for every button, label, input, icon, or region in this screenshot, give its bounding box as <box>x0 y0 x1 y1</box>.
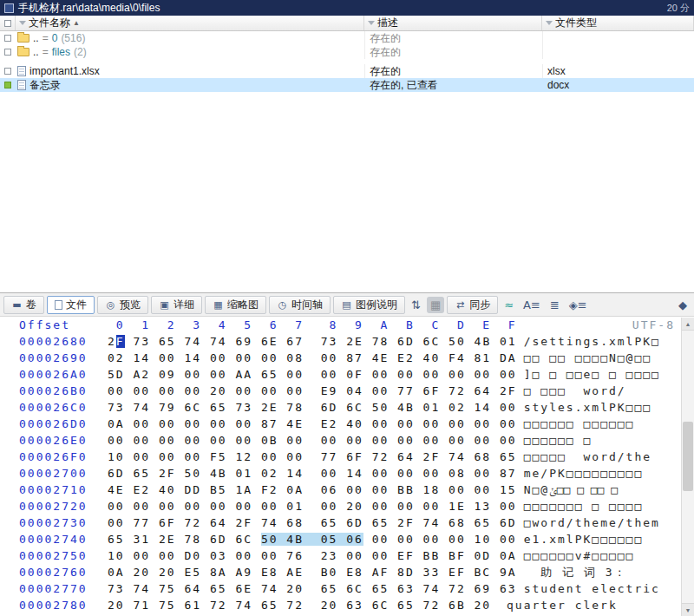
filename-cell: important1.xlsx <box>16 65 364 77</box>
hex-ascii[interactable]: /settings.xmlPK□ <box>524 333 660 350</box>
hex-bytes[interactable]: 73 74 75 64 65 6E 74 20 65 6C 65 63 74 7… <box>108 580 517 597</box>
hex-bytes[interactable]: 5D A2 09 00 00 AA 65 00 00 0F 00 00 00 0… <box>108 366 517 383</box>
hex-bytes[interactable]: 0A 20 20 E5 8A A9 E8 AE B0 E8 AF 8D 33 E… <box>108 564 517 580</box>
hex-row: 000026D0 0A 00 00 00 00 00 87 4E E2 40 0… <box>0 416 694 432</box>
hex-ascii[interactable]: □word/theme/them <box>524 514 660 531</box>
hex-ascii[interactable]: e1.xmlPK□□□□□□ <box>524 531 644 547</box>
scroll-up-button[interactable]: ▲ <box>682 318 694 331</box>
hex-offset: 00002760 <box>19 564 99 580</box>
hex-ascii[interactable]: student electric <box>524 580 660 597</box>
hex-bytes[interactable]: 00 00 00 00 00 00 0B 00 00 00 00 00 00 0… <box>108 432 517 449</box>
item-count: (2) <box>74 46 87 58</box>
hex-bytes[interactable]: 10 00 00 00 F5 12 00 00 77 6F 72 64 2F 7… <box>108 449 517 465</box>
tab-timeline[interactable]: ◷ 时间轴 <box>269 296 331 314</box>
tab-file[interactable]: 文件 <box>47 296 95 314</box>
row-select-box[interactable] <box>4 68 11 75</box>
hex-offset: 000026A0 <box>19 366 99 383</box>
hex-bytes[interactable]: 65 31 2E 78 6D 6C 50 4B 05 06 00 00 00 0… <box>108 531 517 547</box>
splitter-icon[interactable]: ◆ <box>675 298 691 312</box>
hex-row: 00002740 65 31 2E 78 6D 6C 50 4B 05 06 0… <box>0 531 694 547</box>
filter-icon[interactable] <box>19 21 26 25</box>
hex-bytes[interactable]: 00 00 00 00 00 00 00 01 00 20 00 00 00 1… <box>108 498 517 514</box>
tab-label: 缩略图 <box>227 298 259 312</box>
column-label: 描述 <box>377 16 398 30</box>
hex-bytes[interactable]: 73 74 79 6C 65 73 2E 78 6D 6C 50 4B 01 0… <box>108 399 517 416</box>
select-all-box[interactable] <box>4 20 11 27</box>
table-row-parent-files[interactable]: .. = files (2) 存在的 <box>0 45 694 59</box>
hex-bytes[interactable]: 6D 65 2F 50 4B 01 02 14 00 14 00 00 00 0… <box>108 465 517 482</box>
column-label: 文件类型 <box>555 16 597 30</box>
hex-bytes[interactable]: 2F 73 65 74 74 69 6E 67 73 2E 78 6D 6C 5… <box>108 333 517 350</box>
tab-details[interactable]: ▣ 详细 <box>151 296 202 314</box>
hex-ascii[interactable]: □□□□□□ □ <box>524 432 593 449</box>
hex-offset: 00002690 <box>19 350 99 366</box>
font-icon[interactable]: A≡ <box>520 298 544 312</box>
column-header-description[interactable]: 描述 <box>364 16 542 30</box>
filter-icon[interactable] <box>546 21 553 25</box>
hex-editor: Offset 0 1 2 3 4 5 6 7 8 9 A B C D E F U… <box>0 317 694 613</box>
hex-ascii[interactable]: □□□□□□ □□□□□□ <box>524 416 635 432</box>
row-select-box[interactable] <box>4 49 11 56</box>
row-viewed-box[interactable] <box>4 82 11 88</box>
gallery-icon[interactable]: ▦ <box>427 297 444 313</box>
filename-cell: 备忘录 <box>16 78 364 93</box>
tab-thumbnails[interactable]: ▦ 缩略图 <box>205 296 266 314</box>
hex-ascii[interactable]: quarter clerk <box>498 597 618 613</box>
hex-ascii[interactable]: □□□□□□v#□□□□□ <box>524 547 635 564</box>
column-header-filename[interactable]: 文件名称 ▲ <box>16 16 364 30</box>
row-check-cell[interactable] <box>0 68 16 75</box>
column-header-filetype[interactable]: 文件类型 <box>542 16 694 30</box>
diamond-list-icon[interactable]: ◈≡ <box>566 298 591 312</box>
row-check-cell[interactable] <box>0 82 16 88</box>
hex-bytes[interactable]: 02 14 00 14 00 00 00 08 00 87 4E E2 40 F… <box>108 350 517 366</box>
sync-toggle[interactable]: ⇄ 同步 <box>447 296 498 314</box>
hex-row: 00002770 73 74 75 64 65 6E 74 20 65 6C 6… <box>0 580 694 597</box>
equals-sign: = <box>43 32 49 44</box>
hex-bytes[interactable]: 00 00 00 00 20 00 00 00 E9 04 00 77 6F 7… <box>108 383 517 399</box>
table-row-important1-xlsx[interactable]: important1.xlsx 存在的 xlsx <box>0 64 694 78</box>
hex-bytes[interactable]: 0A 00 00 00 00 00 87 4E E2 40 00 00 00 0… <box>108 416 517 432</box>
hex-ascii[interactable]: N□@ݵ□□ □ □□ □ <box>524 482 618 498</box>
hex-ascii[interactable]: □□□□□□□ □ □□□□ <box>524 498 644 514</box>
hex-row: 000026A0 5D A2 09 00 00 AA 65 00 00 0F 0… <box>0 366 694 383</box>
lines-icon[interactable]: ≣ <box>547 298 563 312</box>
row-check-cell[interactable] <box>0 35 16 42</box>
vertical-scrollbar[interactable]: ▲ ▼ <box>681 318 694 616</box>
row-check-cell[interactable] <box>0 49 16 56</box>
equals-sign: = <box>43 46 49 58</box>
table-row-memo-selected[interactable]: 备忘录 存在的, 已查看 docx <box>0 78 694 92</box>
tab-preview[interactable]: ◎ 预览 <box>97 296 148 314</box>
filename-cell: .. = files (2) <box>16 46 364 58</box>
row-select-box[interactable] <box>4 35 11 42</box>
legend-icon: ▤ <box>341 299 352 311</box>
table-row-parent-0[interactable]: .. = 0 (516) 存在的 <box>0 31 694 45</box>
hex-bytes[interactable]: 4E E2 40 DD B5 1A F2 0A 06 00 00 BB 18 0… <box>108 482 517 498</box>
scroll-down-button[interactable]: ▼ <box>682 603 694 616</box>
wave-icon[interactable]: ≈ <box>501 298 517 312</box>
hex-row: 00002690 02 14 00 14 00 00 00 08 00 87 4… <box>0 350 694 366</box>
updown-arrows-icon[interactable]: ⇅ <box>408 298 424 312</box>
hex-bytes[interactable]: 00 77 6F 72 64 2F 74 68 65 6D 65 2F 74 6… <box>108 514 517 531</box>
filter-icon[interactable] <box>368 21 375 25</box>
hex-offset: 00002780 <box>19 597 99 613</box>
select-all-cell[interactable] <box>0 16 16 30</box>
tab-volume[interactable]: ▬ 卷 <box>3 296 44 314</box>
scrollbar-thumb[interactable] <box>683 422 693 491</box>
filetype-cell <box>542 31 694 45</box>
hex-row: 00002730 00 77 6F 72 64 2F 74 68 65 6D 6… <box>0 514 694 531</box>
hex-ascii[interactable]: 助 记 词 3： <box>524 564 627 580</box>
encoding-label[interactable]: UTF-8 <box>632 317 675 333</box>
hex-bytes[interactable]: 10 00 00 D0 03 00 00 76 23 00 00 EF BB B… <box>108 547 517 564</box>
sync-icon: ⇄ <box>455 299 466 311</box>
hex-offset: 00002770 <box>19 580 99 597</box>
hex-ascii[interactable]: □□□□□ word/the <box>524 449 651 465</box>
folder-icon <box>17 48 29 56</box>
hex-bytes[interactable]: 20 71 75 61 72 74 65 72 20 63 6C 65 72 6… <box>108 597 491 613</box>
hex-ascii[interactable]: me/PK□□□□□□□□□ <box>524 465 644 482</box>
hex-ascii[interactable]: ]□ □ □□e□ □ □□□□ <box>524 366 660 383</box>
dir-name: files <box>52 46 70 58</box>
hex-ascii[interactable]: □ □□□ word/ <box>524 383 626 399</box>
hex-ascii[interactable]: □□ □□ □□□□N□@□□ <box>524 350 651 366</box>
tab-legend[interactable]: ▤ 图例说明 <box>333 296 405 314</box>
hex-ascii[interactable]: styles.xmlPK□□□ <box>524 399 651 416</box>
